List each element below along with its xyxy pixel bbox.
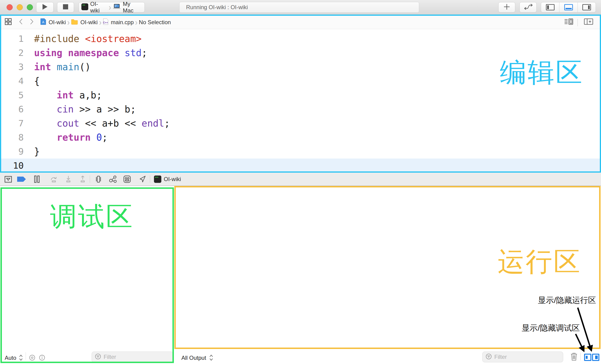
code-line-5[interactable]: 5 int a,b;: [1, 88, 600, 102]
toggle-navigator-panel-button[interactable]: [541, 2, 559, 12]
simulate-location-button[interactable]: [139, 173, 146, 186]
adjust-editor-icon[interactable]: [564, 18, 573, 27]
breadcrumb-file[interactable]: main.cpp: [111, 19, 134, 26]
filter-icon: [95, 353, 101, 361]
code-text: int main(): [34, 60, 91, 74]
line-number: 1: [1, 32, 34, 46]
close-window-button[interactable]: [7, 4, 13, 10]
code-text: #include <iostream>: [34, 32, 142, 46]
breadcrumb-separator: ›: [67, 17, 70, 28]
filter-icon: [485, 353, 492, 361]
code-line-1[interactable]: 1#include <iostream>: [1, 32, 600, 46]
scheme-selector[interactable]: OI-wiki › My Mac: [79, 2, 145, 12]
step-over-button[interactable]: [50, 173, 58, 186]
xcode-window: OI-wiki › My Mac Running OI-wiki : OI-wi…: [0, 0, 601, 364]
hide-debug-area-button[interactable]: [4, 173, 12, 186]
folder-icon: [71, 19, 78, 26]
forward-chevron-icon[interactable]: [29, 18, 34, 27]
plus-icon: [503, 3, 510, 11]
play-icon: [42, 3, 48, 11]
terminal-icon: [81, 3, 88, 11]
add-library-button[interactable]: [498, 2, 515, 12]
debug-bar-divider: [150, 176, 150, 183]
editor-area-label: 编辑区: [500, 59, 584, 86]
variables-filter-input[interactable]: [104, 354, 159, 360]
related-items-icon[interactable]: [4, 18, 12, 27]
stop-button[interactable]: [57, 2, 74, 12]
info-icon[interactable]: [39, 354, 46, 362]
minimize-window-button[interactable]: [17, 4, 23, 10]
debug-toolbar: OI-wiki: [0, 173, 601, 186]
svg-text:C++: C++: [103, 21, 108, 24]
jump-bar-divider: [578, 19, 578, 26]
line-number: 4: [1, 74, 34, 88]
code-line-9[interactable]: 9}: [1, 144, 600, 158]
line-number: 6: [1, 102, 34, 116]
toggle-inspector-panel-button[interactable]: [578, 2, 596, 12]
svg-text:A: A: [42, 20, 44, 24]
code-lines: 1#include <iostream>2using namespace std…: [1, 32, 600, 171]
console-filter-input[interactable]: [494, 354, 549, 360]
run-area-label: 运行区: [498, 248, 581, 275]
toggle-variables-view-button[interactable]: [584, 354, 591, 361]
variables-scope-selector[interactable]: Auto: [5, 354, 16, 361]
pause-execution-button[interactable]: [34, 173, 40, 186]
code-text: cin >> a >> b;: [34, 102, 136, 116]
step-out-button[interactable]: [80, 173, 86, 186]
step-into-button[interactable]: [65, 173, 71, 186]
chevron-updown-icon[interactable]: [209, 354, 214, 362]
code-editor[interactable]: 1#include <iostream>2using namespace std…: [1, 29, 600, 171]
scheme-destination: My Mac: [123, 1, 140, 14]
activity-status-text: Running OI-wiki : OI-wiki: [186, 4, 248, 10]
line-number: 9: [1, 144, 34, 158]
breadcrumb-separator: ›: [135, 17, 138, 28]
view-ui-hierarchy-button[interactable]: [95, 173, 102, 186]
toggle-console-view-button[interactable]: [592, 354, 599, 361]
code-text: cout << a+b << endl;: [34, 116, 170, 130]
laptop-icon: [112, 3, 121, 11]
code-text: }: [34, 144, 40, 158]
arrow-to-debug-toggle: [576, 334, 584, 351]
quicklook-eye-icon[interactable]: [29, 354, 36, 362]
code-text: {: [34, 74, 40, 88]
swap-arrows-icon: [523, 3, 533, 11]
titlebar: OI-wiki › My Mac Running OI-wiki : OI-wi…: [0, 0, 601, 15]
line-number: 5: [1, 88, 34, 102]
code-text: return 0;: [34, 130, 108, 144]
process-name-label[interactable]: OI-wiki: [164, 173, 181, 186]
breadcrumb-project[interactable]: OI-wiki: [49, 19, 66, 26]
console-scope-selector[interactable]: All Output: [181, 354, 206, 361]
debug-area-label: 调试区: [50, 203, 134, 230]
breadcrumb-selection[interactable]: No Selection: [139, 19, 171, 26]
chevron-updown-icon[interactable]: [18, 354, 23, 362]
line-number: 7: [1, 116, 34, 130]
add-editor-icon[interactable]: [584, 18, 593, 27]
variables-filter-field[interactable]: [92, 352, 173, 362]
run-button[interactable]: [36, 2, 54, 12]
toggle-debug-panel-button[interactable]: [559, 2, 577, 12]
line-number: 8: [1, 130, 34, 144]
console-filter-field[interactable]: [482, 352, 563, 362]
code-line-10[interactable]: 10: [1, 158, 600, 171]
code-line-7[interactable]: 7 cout << a+b << endl;: [1, 116, 600, 130]
breadcrumb-group[interactable]: OI-wiki: [80, 19, 98, 26]
back-chevron-icon[interactable]: [19, 18, 23, 27]
code-line-8[interactable]: 8 return 0;: [1, 130, 600, 144]
line-number: 3: [1, 60, 34, 74]
memory-graph-button[interactable]: [109, 173, 117, 186]
cpp-file-icon: C++: [103, 18, 109, 27]
annotation-arrows: [564, 304, 601, 354]
app-project-icon: A: [40, 18, 46, 27]
environment-overrides-button[interactable]: [123, 173, 131, 186]
process-terminal-icon: [154, 173, 161, 186]
debug-bar-bottom-divider: [26, 352, 26, 360]
zoom-window-button[interactable]: [27, 4, 33, 10]
code-text: int a,b;: [34, 88, 102, 102]
code-line-6[interactable]: 6 cin >> a >> b;: [1, 102, 600, 116]
debug-bar-divider: [90, 176, 90, 183]
code-text: using namespace std;: [34, 46, 147, 60]
activity-status: Running OI-wiki : OI-wiki: [179, 2, 419, 13]
panel-toggle-group: [541, 2, 596, 12]
breakpoints-toggle-button[interactable]: [17, 173, 27, 186]
editor-mode-button[interactable]: [520, 2, 537, 12]
